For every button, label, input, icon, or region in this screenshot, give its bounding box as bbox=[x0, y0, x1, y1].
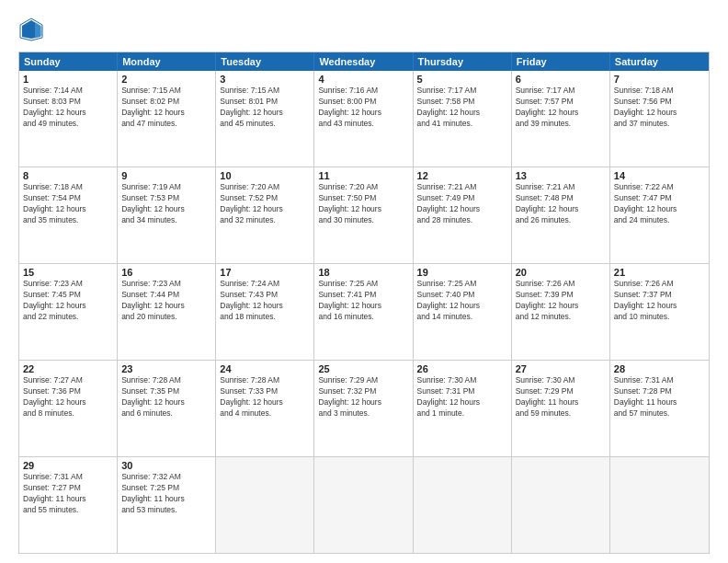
day-number: 27 bbox=[516, 363, 606, 374]
calendar-cell-13: 13Sunrise: 7:21 AMSunset: 7:48 PMDayligh… bbox=[512, 167, 610, 263]
day-number: 25 bbox=[318, 363, 408, 374]
calendar-cell-9: 9Sunrise: 7:19 AMSunset: 7:53 PMDaylight… bbox=[118, 167, 216, 263]
cell-details: Sunrise: 7:15 AMSunset: 8:01 PMDaylight:… bbox=[220, 86, 310, 130]
calendar-cell-3: 3Sunrise: 7:15 AMSunset: 8:01 PMDaylight… bbox=[216, 71, 314, 167]
calendar-cell-6: 6Sunrise: 7:17 AMSunset: 7:57 PMDaylight… bbox=[512, 71, 610, 167]
cell-details: Sunrise: 7:20 AMSunset: 7:52 PMDaylight:… bbox=[220, 182, 310, 226]
calendar-cell-26: 26Sunrise: 7:30 AMSunset: 7:31 PMDayligh… bbox=[414, 361, 512, 456]
cell-details: Sunrise: 7:25 AMSunset: 7:40 PMDaylight:… bbox=[417, 279, 507, 323]
calendar-cell-30: 30Sunrise: 7:32 AMSunset: 7:25 PMDayligh… bbox=[118, 457, 216, 553]
day-number: 16 bbox=[121, 267, 211, 278]
cell-details: Sunrise: 7:25 AMSunset: 7:41 PMDaylight:… bbox=[318, 279, 408, 323]
day-number: 24 bbox=[220, 363, 310, 374]
cell-details: Sunrise: 7:17 AMSunset: 7:57 PMDaylight:… bbox=[516, 86, 606, 130]
day-number: 17 bbox=[220, 267, 310, 278]
day-number: 4 bbox=[318, 74, 408, 85]
calendar-cell-21: 21Sunrise: 7:26 AMSunset: 7:37 PMDayligh… bbox=[610, 264, 709, 360]
weekday-header-sunday: Sunday bbox=[19, 52, 118, 71]
calendar-row-3: 22Sunrise: 7:27 AMSunset: 7:36 PMDayligh… bbox=[19, 361, 709, 457]
calendar-cell-10: 10Sunrise: 7:20 AMSunset: 7:52 PMDayligh… bbox=[216, 167, 314, 263]
calendar-cell-25: 25Sunrise: 7:29 AMSunset: 7:32 PMDayligh… bbox=[314, 361, 413, 456]
day-number: 6 bbox=[516, 74, 606, 85]
day-number: 5 bbox=[417, 74, 507, 85]
weekday-header-monday: Monday bbox=[118, 52, 216, 71]
cell-details: Sunrise: 7:22 AMSunset: 7:47 PMDaylight:… bbox=[614, 182, 705, 226]
cell-details: Sunrise: 7:19 AMSunset: 7:53 PMDaylight:… bbox=[121, 182, 211, 226]
calendar-cell-16: 16Sunrise: 7:23 AMSunset: 7:44 PMDayligh… bbox=[118, 264, 216, 360]
cell-details: Sunrise: 7:23 AMSunset: 7:45 PMDaylight:… bbox=[23, 279, 113, 323]
cell-details: Sunrise: 7:15 AMSunset: 8:02 PMDaylight:… bbox=[121, 86, 211, 130]
header bbox=[18, 17, 710, 42]
cell-details: Sunrise: 7:23 AMSunset: 7:44 PMDaylight:… bbox=[121, 279, 211, 323]
calendar-cell-18: 18Sunrise: 7:25 AMSunset: 7:41 PMDayligh… bbox=[314, 264, 413, 360]
calendar-cell-12: 12Sunrise: 7:21 AMSunset: 7:49 PMDayligh… bbox=[414, 167, 512, 263]
cell-details: Sunrise: 7:14 AMSunset: 8:03 PMDaylight:… bbox=[23, 86, 113, 130]
day-number: 20 bbox=[516, 267, 606, 278]
cell-details: Sunrise: 7:21 AMSunset: 7:48 PMDaylight:… bbox=[516, 182, 606, 226]
day-number: 18 bbox=[318, 267, 408, 278]
day-number: 22 bbox=[23, 363, 113, 374]
day-number: 23 bbox=[121, 363, 211, 374]
cell-details: Sunrise: 7:27 AMSunset: 7:36 PMDaylight:… bbox=[23, 375, 113, 419]
day-number: 14 bbox=[614, 170, 705, 181]
cell-details: Sunrise: 7:26 AMSunset: 7:39 PMDaylight:… bbox=[516, 279, 606, 323]
calendar-cell-11: 11Sunrise: 7:20 AMSunset: 7:50 PMDayligh… bbox=[314, 167, 413, 263]
calendar-cell-empty-4-4 bbox=[414, 457, 512, 553]
logo bbox=[18, 17, 48, 42]
calendar-cell-7: 7Sunrise: 7:18 AMSunset: 7:56 PMDaylight… bbox=[610, 71, 709, 167]
day-number: 19 bbox=[417, 267, 507, 278]
cell-details: Sunrise: 7:28 AMSunset: 7:35 PMDaylight:… bbox=[121, 375, 211, 419]
page: SundayMondayTuesdayWednesdayThursdayFrid… bbox=[0, 0, 728, 563]
cell-details: Sunrise: 7:28 AMSunset: 7:33 PMDaylight:… bbox=[220, 375, 310, 419]
calendar-cell-17: 17Sunrise: 7:24 AMSunset: 7:43 PMDayligh… bbox=[216, 264, 314, 360]
calendar-cell-8: 8Sunrise: 7:18 AMSunset: 7:54 PMDaylight… bbox=[19, 167, 118, 263]
calendar-cell-2: 2Sunrise: 7:15 AMSunset: 8:02 PMDaylight… bbox=[118, 71, 216, 167]
day-number: 3 bbox=[220, 74, 310, 85]
weekday-header-wednesday: Wednesday bbox=[314, 52, 413, 71]
cell-details: Sunrise: 7:30 AMSunset: 7:31 PMDaylight:… bbox=[417, 375, 507, 419]
calendar-cell-1: 1Sunrise: 7:14 AMSunset: 8:03 PMDaylight… bbox=[19, 71, 118, 167]
calendar-cell-empty-4-2 bbox=[216, 457, 314, 553]
day-number: 21 bbox=[614, 267, 705, 278]
calendar: SundayMondayTuesdayWednesdayThursdayFrid… bbox=[18, 52, 710, 554]
cell-details: Sunrise: 7:32 AMSunset: 7:25 PMDaylight:… bbox=[121, 472, 211, 516]
calendar-cell-15: 15Sunrise: 7:23 AMSunset: 7:45 PMDayligh… bbox=[19, 264, 118, 360]
calendar-cell-29: 29Sunrise: 7:31 AMSunset: 7:27 PMDayligh… bbox=[19, 457, 118, 553]
calendar-cell-empty-4-6 bbox=[610, 457, 709, 553]
calendar-row-0: 1Sunrise: 7:14 AMSunset: 8:03 PMDaylight… bbox=[19, 71, 709, 167]
cell-details: Sunrise: 7:20 AMSunset: 7:50 PMDaylight:… bbox=[318, 182, 408, 226]
day-number: 26 bbox=[417, 363, 507, 374]
calendar-cell-27: 27Sunrise: 7:30 AMSunset: 7:29 PMDayligh… bbox=[512, 361, 610, 456]
day-number: 13 bbox=[516, 170, 606, 181]
calendar-cell-19: 19Sunrise: 7:25 AMSunset: 7:40 PMDayligh… bbox=[414, 264, 512, 360]
weekday-header-saturday: Saturday bbox=[610, 52, 709, 71]
day-number: 30 bbox=[121, 460, 211, 471]
cell-details: Sunrise: 7:31 AMSunset: 7:28 PMDaylight:… bbox=[614, 375, 705, 419]
calendar-cell-14: 14Sunrise: 7:22 AMSunset: 7:47 PMDayligh… bbox=[610, 167, 709, 263]
cell-details: Sunrise: 7:16 AMSunset: 8:00 PMDaylight:… bbox=[318, 86, 408, 130]
calendar-cell-22: 22Sunrise: 7:27 AMSunset: 7:36 PMDayligh… bbox=[19, 361, 118, 456]
calendar-row-1: 8Sunrise: 7:18 AMSunset: 7:54 PMDaylight… bbox=[19, 167, 709, 264]
day-number: 2 bbox=[121, 74, 211, 85]
day-number: 12 bbox=[417, 170, 507, 181]
calendar-body: 1Sunrise: 7:14 AMSunset: 8:03 PMDaylight… bbox=[19, 71, 709, 553]
weekday-header-tuesday: Tuesday bbox=[216, 52, 314, 71]
day-number: 9 bbox=[121, 170, 211, 181]
calendar-cell-empty-4-3 bbox=[314, 457, 413, 553]
calendar-cell-empty-4-5 bbox=[512, 457, 610, 553]
cell-details: Sunrise: 7:18 AMSunset: 7:54 PMDaylight:… bbox=[23, 182, 113, 226]
cell-details: Sunrise: 7:24 AMSunset: 7:43 PMDaylight:… bbox=[220, 279, 310, 323]
day-number: 28 bbox=[614, 363, 705, 374]
cell-details: Sunrise: 7:26 AMSunset: 7:37 PMDaylight:… bbox=[614, 279, 705, 323]
day-number: 29 bbox=[23, 460, 113, 471]
calendar-cell-24: 24Sunrise: 7:28 AMSunset: 7:33 PMDayligh… bbox=[216, 361, 314, 456]
day-number: 7 bbox=[614, 74, 705, 85]
weekday-header-friday: Friday bbox=[512, 52, 610, 71]
day-number: 15 bbox=[23, 267, 113, 278]
logo-icon bbox=[18, 17, 44, 42]
calendar-cell-4: 4Sunrise: 7:16 AMSunset: 8:00 PMDaylight… bbox=[314, 71, 413, 167]
calendar-cell-20: 20Sunrise: 7:26 AMSunset: 7:39 PMDayligh… bbox=[512, 264, 610, 360]
cell-details: Sunrise: 7:21 AMSunset: 7:49 PMDaylight:… bbox=[417, 182, 507, 226]
day-number: 10 bbox=[220, 170, 310, 181]
cell-details: Sunrise: 7:31 AMSunset: 7:27 PMDaylight:… bbox=[23, 472, 113, 516]
